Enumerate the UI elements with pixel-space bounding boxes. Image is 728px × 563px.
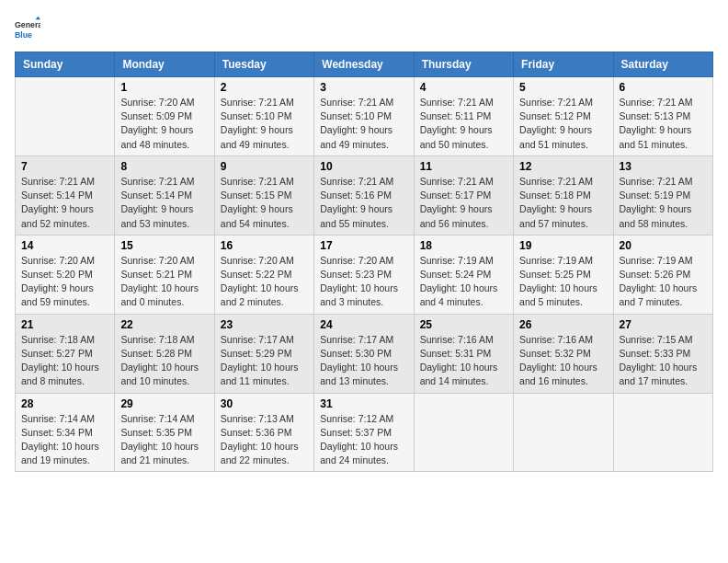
sunrise-label: Sunrise: 7:14 AM <box>21 413 95 424</box>
daylight-label: Daylight: 10 hours and 19 minutes. <box>21 441 99 465</box>
sunrise-label: Sunrise: 7:18 AM <box>120 334 194 345</box>
sunset-label: Sunset: 5:13 PM <box>620 110 691 121</box>
day-info: Sunrise: 7:21 AM Sunset: 5:10 PM Dayligh… <box>221 96 308 152</box>
sunset-label: Sunset: 5:30 PM <box>320 348 392 359</box>
sunrise-label: Sunrise: 7:13 AM <box>221 413 294 424</box>
daylight-label: Daylight: 9 hours and 50 minutes. <box>420 124 493 149</box>
sunset-label: Sunset: 5:23 PM <box>320 269 392 280</box>
day-info: Sunrise: 7:21 AM Sunset: 5:19 PM Dayligh… <box>620 175 707 231</box>
day-number: 14 <box>21 239 108 252</box>
sunrise-label: Sunrise: 7:16 AM <box>420 334 494 345</box>
day-info: Sunrise: 7:12 AM Sunset: 5:37 PM Dayligh… <box>320 412 407 468</box>
day-number: 7 <box>21 160 108 173</box>
daylight-label: Daylight: 9 hours and 59 minutes. <box>21 282 94 307</box>
calendar-cell: 30 Sunrise: 7:13 AM Sunset: 5:36 PM Dayl… <box>214 393 313 472</box>
sunrise-label: Sunrise: 7:20 AM <box>120 255 194 266</box>
calendar-week-row: 21 Sunrise: 7:18 AM Sunset: 5:27 PM Dayl… <box>16 314 713 393</box>
calendar-cell: 22 Sunrise: 7:18 AM Sunset: 5:28 PM Dayl… <box>115 314 214 393</box>
daylight-label: Daylight: 9 hours and 58 minutes. <box>620 203 692 228</box>
logo: General Blue <box>15 15 44 40</box>
sunset-label: Sunset: 5:28 PM <box>120 348 192 359</box>
sunrise-label: Sunrise: 7:14 AM <box>120 413 194 424</box>
sunset-label: Sunset: 5:24 PM <box>420 269 492 280</box>
sunrise-label: Sunrise: 7:20 AM <box>120 97 194 108</box>
day-info: Sunrise: 7:19 AM Sunset: 5:24 PM Dayligh… <box>420 254 507 310</box>
column-header-saturday: Saturday <box>613 52 712 77</box>
sunrise-label: Sunrise: 7:21 AM <box>519 176 593 187</box>
sunrise-label: Sunrise: 7:12 AM <box>320 413 393 424</box>
day-info: Sunrise: 7:21 AM Sunset: 5:18 PM Dayligh… <box>519 175 607 231</box>
sunrise-label: Sunrise: 7:20 AM <box>320 255 393 266</box>
calendar-cell: 7 Sunrise: 7:21 AM Sunset: 5:14 PM Dayli… <box>16 155 115 235</box>
sunrise-label: Sunrise: 7:16 AM <box>519 334 593 345</box>
column-header-friday: Friday <box>514 52 613 77</box>
day-info: Sunrise: 7:20 AM Sunset: 5:20 PM Dayligh… <box>21 254 108 310</box>
sunset-label: Sunset: 5:15 PM <box>221 190 292 201</box>
day-number: 28 <box>21 397 108 410</box>
daylight-label: Daylight: 9 hours and 53 minutes. <box>120 203 193 228</box>
day-number: 22 <box>120 318 208 331</box>
calendar-cell: 14 Sunrise: 7:20 AM Sunset: 5:20 PM Dayl… <box>16 235 115 314</box>
daylight-label: Daylight: 10 hours and 4 minutes. <box>420 282 498 307</box>
day-number: 6 <box>620 81 707 94</box>
page-header: General Blue <box>15 15 713 40</box>
sunrise-label: Sunrise: 7:20 AM <box>21 255 95 266</box>
day-number: 24 <box>320 318 407 331</box>
daylight-label: Daylight: 10 hours and 2 minutes. <box>221 282 299 307</box>
sunrise-label: Sunrise: 7:15 AM <box>620 334 693 345</box>
day-number: 15 <box>120 239 208 252</box>
day-info: Sunrise: 7:21 AM Sunset: 5:14 PM Dayligh… <box>21 175 108 231</box>
sunrise-label: Sunrise: 7:21 AM <box>620 97 693 108</box>
sunset-label: Sunset: 5:26 PM <box>620 269 691 280</box>
sunset-label: Sunset: 5:25 PM <box>519 269 591 280</box>
calendar-table: SundayMondayTuesdayWednesdayThursdayFrid… <box>15 52 713 472</box>
sunset-label: Sunset: 5:14 PM <box>120 190 192 201</box>
daylight-label: Daylight: 10 hours and 24 minutes. <box>320 441 398 465</box>
sunset-label: Sunset: 5:27 PM <box>21 348 93 359</box>
day-info: Sunrise: 7:20 AM Sunset: 5:09 PM Dayligh… <box>120 96 208 152</box>
day-info: Sunrise: 7:21 AM Sunset: 5:13 PM Dayligh… <box>620 96 707 152</box>
calendar-cell <box>514 393 613 472</box>
sunset-label: Sunset: 5:32 PM <box>519 348 591 359</box>
daylight-label: Daylight: 9 hours and 57 minutes. <box>519 203 592 228</box>
svg-text:General: General <box>15 20 40 29</box>
sunrise-label: Sunrise: 7:21 AM <box>620 176 693 187</box>
day-info: Sunrise: 7:21 AM Sunset: 5:14 PM Dayligh… <box>120 175 208 231</box>
day-number: 11 <box>420 160 507 173</box>
svg-text:Blue: Blue <box>15 30 32 40</box>
daylight-label: Daylight: 10 hours and 14 minutes. <box>420 362 498 386</box>
sunrise-label: Sunrise: 7:17 AM <box>320 334 393 345</box>
daylight-label: Daylight: 10 hours and 17 minutes. <box>620 362 698 386</box>
calendar-cell: 9 Sunrise: 7:21 AM Sunset: 5:15 PM Dayli… <box>214 155 313 235</box>
sunrise-label: Sunrise: 7:21 AM <box>221 97 294 108</box>
day-number: 23 <box>221 318 308 331</box>
column-header-wednesday: Wednesday <box>314 52 414 77</box>
sunrise-label: Sunrise: 7:18 AM <box>21 334 95 345</box>
calendar-cell: 15 Sunrise: 7:20 AM Sunset: 5:21 PM Dayl… <box>115 235 214 314</box>
sunrise-label: Sunrise: 7:21 AM <box>420 176 494 187</box>
daylight-label: Daylight: 10 hours and 11 minutes. <box>221 362 299 386</box>
logo-icon: General Blue <box>15 15 40 40</box>
calendar-cell <box>613 393 712 472</box>
daylight-label: Daylight: 10 hours and 8 minutes. <box>21 362 99 386</box>
day-info: Sunrise: 7:21 AM Sunset: 5:12 PM Dayligh… <box>519 96 607 152</box>
sunset-label: Sunset: 5:29 PM <box>221 348 292 359</box>
calendar-cell: 11 Sunrise: 7:21 AM Sunset: 5:17 PM Dayl… <box>414 155 513 235</box>
day-number: 2 <box>221 81 308 94</box>
daylight-label: Daylight: 9 hours and 48 minutes. <box>120 124 193 149</box>
daylight-label: Daylight: 10 hours and 16 minutes. <box>519 362 597 386</box>
daylight-label: Daylight: 10 hours and 7 minutes. <box>620 282 698 307</box>
daylight-label: Daylight: 9 hours and 56 minutes. <box>420 203 493 228</box>
day-number: 1 <box>120 81 208 94</box>
daylight-label: Daylight: 10 hours and 3 minutes. <box>320 282 398 307</box>
day-info: Sunrise: 7:21 AM Sunset: 5:10 PM Dayligh… <box>320 96 407 152</box>
day-number: 10 <box>320 160 407 173</box>
sunset-label: Sunset: 5:36 PM <box>221 427 292 438</box>
day-info: Sunrise: 7:18 AM Sunset: 5:28 PM Dayligh… <box>120 333 208 389</box>
day-info: Sunrise: 7:17 AM Sunset: 5:29 PM Dayligh… <box>221 333 308 389</box>
calendar-cell: 1 Sunrise: 7:20 AM Sunset: 5:09 PM Dayli… <box>115 77 214 156</box>
sunrise-label: Sunrise: 7:21 AM <box>120 176 194 187</box>
calendar-cell: 13 Sunrise: 7:21 AM Sunset: 5:19 PM Dayl… <box>613 155 712 235</box>
day-number: 8 <box>120 160 208 173</box>
day-info: Sunrise: 7:21 AM Sunset: 5:15 PM Dayligh… <box>221 175 308 231</box>
